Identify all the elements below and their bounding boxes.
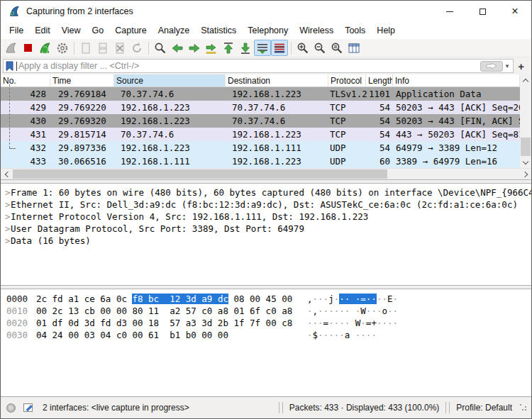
- related-packets-line: [9, 81, 10, 148]
- go-last-icon: [238, 41, 253, 55]
- hex-selected-bytes[interactable]: f8 bc 12 3d a9 dc: [132, 294, 228, 304]
- menu-item-file[interactable]: File: [4, 23, 29, 38]
- add-filter-button[interactable]: +: [514, 60, 528, 72]
- menu-item-tools[interactable]: Tools: [339, 23, 371, 38]
- main-toolbar: 010: [1, 39, 531, 57]
- hex-bytes[interactable]: 01 df 0d 3d fd d3 00 18 57 a3 3d 2b 1f 7…: [36, 317, 301, 329]
- menu-item-edit[interactable]: Edit: [29, 23, 56, 38]
- detail-line[interactable]: >Ethernet II, Src: Dell_3d:a9:dc (f8:bc:…: [1, 199, 531, 211]
- menu-item-telephony[interactable]: Telephony: [242, 23, 294, 38]
- profile-text[interactable]: Profile: Default: [456, 403, 512, 413]
- scroll-down-button[interactable]: [520, 157, 531, 168]
- expert-info-icon[interactable]: [6, 403, 16, 413]
- column-header-source[interactable]: Source: [114, 74, 226, 86]
- packet-row-428[interactable]: 42829.76918470.37.74.6192.168.1.223TLSv1…: [1, 87, 520, 101]
- hex-ascii[interactable]: ·$·····a ····: [307, 330, 377, 340]
- packet-row-430[interactable]: 43029.769320192.168.1.22370.37.74.6TCP54…: [1, 114, 520, 128]
- packet-row-431[interactable]: 43129.81571470.37.74.6192.168.1.223TCP54…: [1, 128, 520, 141]
- capture-comment-icon[interactable]: [23, 402, 34, 413]
- menu-item-wireless[interactable]: Wireless: [294, 23, 339, 38]
- menu-item-help[interactable]: Help: [371, 23, 401, 38]
- maximize-button[interactable]: [466, 1, 499, 22]
- detail-line[interactable]: >Data (16 bytes): [1, 235, 531, 247]
- go-first-button[interactable]: [220, 40, 237, 56]
- column-header-length[interactable]: Length: [366, 74, 393, 86]
- toolbar-separator: [291, 42, 292, 55]
- status-separator: [449, 402, 450, 413]
- stop-capture-button[interactable]: [20, 40, 37, 56]
- title-bar: Capturing from 2 interfaces ×: [1, 1, 531, 22]
- status-separator: [282, 402, 283, 413]
- hex-bytes[interactable]: 04 24 00 03 04 c0 00 61 b1 b0 00 00: [36, 329, 301, 341]
- horizontal-scrollbar[interactable]: [1, 168, 531, 179]
- detail-line[interactable]: >Frame 1: 60 bytes on wire (480 bits), 6…: [1, 186, 531, 199]
- detail-line[interactable]: >Internet Protocol Version 4, Src: 192.1…: [1, 211, 531, 223]
- go-forward-icon: [187, 41, 201, 55]
- cell-len: 60: [366, 155, 393, 168]
- restart-capture-button[interactable]: [37, 40, 54, 56]
- hex-row[interactable]: 00002c fd a1 ce 6a 0c f8 bc 12 3d a9 dc …: [1, 293, 531, 305]
- menu-item-go[interactable]: Go: [87, 23, 110, 38]
- apply-filter-button[interactable]: [480, 61, 503, 72]
- scroll-right-button[interactable]: [520, 169, 531, 180]
- filter-dropdown-caret-icon[interactable]: ▾: [504, 62, 512, 69]
- hex-offset: 0000: [6, 293, 31, 305]
- expand-chevron-icon[interactable]: >: [1, 186, 11, 199]
- vertical-scrollbar-thumb[interactable]: [521, 138, 531, 156]
- go-last-button[interactable]: [237, 40, 254, 56]
- packet-row-433[interactable]: 43330.066516192.168.1.111192.168.1.223UD…: [1, 155, 520, 168]
- column-header-info[interactable]: Info: [393, 74, 520, 86]
- zoom-reset-icon: [330, 41, 344, 55]
- hex-row[interactable]: 002001 df 0d 3d fd d3 00 18 57 a3 3d 2b …: [1, 317, 531, 329]
- column-header-protocol[interactable]: Protocol: [328, 74, 366, 86]
- menu-item-capture[interactable]: Capture: [109, 23, 152, 38]
- capture-options-button[interactable]: [54, 40, 71, 56]
- menu-item-statistics[interactable]: Statistics: [195, 23, 242, 38]
- zoom-out-button[interactable]: [311, 40, 328, 56]
- packet-row-429[interactable]: 42929.769220192.168.1.22370.37.74.6TCP54…: [1, 101, 520, 114]
- resize-columns-button[interactable]: [345, 40, 362, 56]
- scroll-up-button[interactable]: [520, 74, 531, 86]
- minimize-button[interactable]: [433, 1, 466, 22]
- cell-no: 431: [1, 128, 50, 141]
- menu-item-analyze[interactable]: Analyze: [153, 23, 195, 38]
- menu-item-view[interactable]: View: [56, 23, 87, 38]
- go-back-button[interactable]: [169, 40, 186, 56]
- colorize-button[interactable]: [271, 40, 288, 56]
- column-header-destination[interactable]: Destination: [226, 74, 328, 86]
- expand-chevron-icon[interactable]: >: [1, 223, 11, 235]
- packet-row-432[interactable]: 43229.897336192.168.1.223192.168.1.111UD…: [1, 141, 520, 155]
- hex-bytes[interactable]: 2c fd a1 ce 6a 0c f8 bc 12 3d a9 dc 08 0…: [36, 293, 301, 305]
- expand-chevron-icon[interactable]: >: [1, 211, 11, 223]
- filter-bookmark-icon[interactable]: [5, 61, 14, 72]
- auto-scroll-button[interactable]: [254, 40, 271, 56]
- hex-ascii[interactable]: ,···j··· ·=····E·: [307, 294, 398, 304]
- hex-ascii[interactable]: ·,······ ·W···o··: [307, 306, 398, 316]
- hex-row[interactable]: 001000 2c 13 cb 00 00 80 11 a2 57 c0 a8 …: [1, 305, 531, 317]
- hex-row[interactable]: 003004 24 00 03 04 c0 00 61 b1 b0 00 00·…: [1, 329, 531, 341]
- save-file-button: 010: [94, 40, 111, 56]
- chevron-down-icon: [523, 158, 528, 164]
- hex-bytes[interactable]: 00 2c 13 cb 00 00 80 11 a2 57 c0 a8 01 6…: [36, 305, 301, 317]
- detail-line[interactable]: >User Datagram Protocol, Src Port: 3389,…: [1, 223, 531, 235]
- column-header-no[interactable]: No.: [1, 74, 50, 86]
- go-to-packet-button[interactable]: [203, 40, 220, 56]
- ascii-selected-chars[interactable]: ·· ·=··: [339, 294, 377, 304]
- cell-proto: TLSv1.2: [328, 87, 366, 101]
- scroll-left-button[interactable]: [1, 169, 12, 180]
- display-filter-input[interactable]: Apply a display filter ... <Ctrl-/> ▾: [3, 59, 514, 73]
- expand-chevron-icon[interactable]: >: [1, 235, 11, 247]
- column-header-time[interactable]: Time: [50, 74, 114, 86]
- cell-no: 429: [1, 101, 50, 114]
- go-forward-button[interactable]: [186, 40, 203, 56]
- find-packet-button[interactable]: [152, 40, 169, 56]
- cell-proto: TCP: [328, 114, 366, 128]
- zoom-in-button[interactable]: [294, 40, 311, 56]
- close-button[interactable]: ×: [499, 1, 531, 22]
- zoom-reset-button[interactable]: [328, 40, 345, 56]
- expand-chevron-icon[interactable]: >: [1, 199, 11, 211]
- hex-ascii[interactable]: ···=···· W·=+····: [307, 318, 398, 328]
- vertical-scrollbar[interactable]: [520, 74, 531, 168]
- horizontal-scrollbar-thumb[interactable]: [13, 169, 387, 179]
- resize-grip[interactable]: [520, 404, 527, 411]
